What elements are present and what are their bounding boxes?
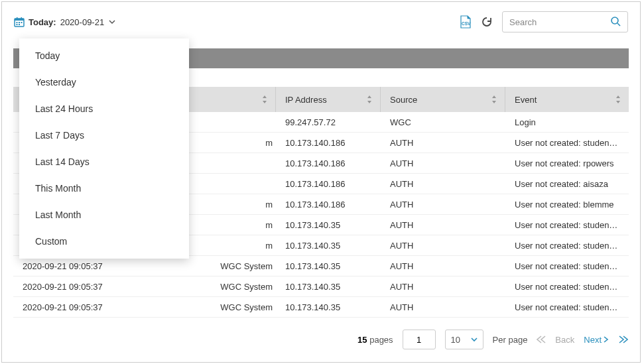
search-icon bbox=[610, 16, 621, 29]
sort-icon bbox=[615, 95, 621, 103]
cell-event: Login bbox=[505, 117, 629, 127]
total-pages-label: 15 pages bbox=[357, 335, 393, 345]
date-range-option[interactable]: Last Month bbox=[19, 202, 189, 228]
cell-date: 2020-09-21 09:05:37 bbox=[13, 302, 157, 312]
cell-source: AUTH bbox=[381, 302, 505, 312]
column-header-source[interactable]: Source bbox=[381, 87, 505, 112]
date-range-option[interactable]: Today bbox=[19, 42, 189, 69]
search-input[interactable] bbox=[509, 17, 602, 27]
cell-source: AUTH bbox=[381, 261, 505, 271]
calendar-icon bbox=[14, 17, 25, 27]
search-box[interactable] bbox=[502, 11, 628, 32]
date-range-picker[interactable]: Today: 2020-09-21 bbox=[14, 17, 116, 27]
back-button: Back bbox=[555, 335, 574, 345]
sort-icon bbox=[367, 95, 372, 103]
date-range-option[interactable]: Yesterday bbox=[19, 69, 189, 95]
cell-event: User not created: student40 bbox=[505, 261, 629, 271]
column-header-ip[interactable]: IP Address bbox=[276, 87, 381, 112]
cell-ip: 10.173.140.186 bbox=[276, 179, 381, 189]
column-label: IP Address bbox=[285, 95, 327, 105]
cell-event: User not created: aisaza bbox=[505, 179, 629, 189]
svg-rect-8 bbox=[19, 24, 20, 25]
current-page-input[interactable] bbox=[403, 330, 436, 349]
table-row[interactable]: 2020-09-21 09:05:37WGC System10.173.140.… bbox=[13, 276, 629, 297]
cell-ip: 10.173.140.35 bbox=[276, 302, 381, 312]
export-csv-button[interactable]: CSV bbox=[460, 15, 472, 29]
cell-source: AUTH bbox=[381, 179, 505, 189]
table-row[interactable]: 2020-09-21 09:05:37WGC System10.173.140.… bbox=[13, 297, 629, 318]
cell-source: AUTH bbox=[381, 241, 505, 251]
cell-event: User not created: rpowers bbox=[505, 158, 629, 168]
cell-source: AUTH bbox=[381, 158, 505, 168]
svg-rect-3 bbox=[21, 17, 23, 19]
sort-icon bbox=[491, 95, 497, 103]
cell-event: User not created: blemme bbox=[505, 200, 629, 210]
date-range-dropdown[interactable]: TodayYesterdayLast 24 HoursLast 7 DaysLa… bbox=[19, 38, 189, 259]
cell-event: User not created: student70 bbox=[505, 220, 629, 230]
cell-ip: 10.173.140.35 bbox=[276, 261, 381, 271]
cell-event: User not created: student50 bbox=[505, 282, 629, 292]
date-range-option[interactable]: Last 14 Days bbox=[19, 149, 189, 175]
per-page-value: 10 bbox=[451, 335, 460, 345]
svg-line-11 bbox=[617, 23, 620, 26]
date-range-option[interactable]: Last 7 Days bbox=[19, 122, 189, 149]
cell-date: 2020-09-21 09:05:37 bbox=[13, 261, 157, 271]
total-pages-value: 15 bbox=[357, 335, 367, 345]
first-page-button bbox=[537, 335, 546, 343]
date-value: 2020-09-21 bbox=[60, 17, 105, 27]
column-label: Source bbox=[390, 95, 417, 105]
svg-text:CSV: CSV bbox=[462, 21, 471, 26]
cell-source: AUTH bbox=[381, 220, 505, 230]
cell-source: AUTH bbox=[381, 200, 505, 210]
per-page-select[interactable]: 10 bbox=[445, 330, 483, 349]
cell-date: 2020-09-21 09:05:37 bbox=[13, 282, 157, 292]
table-row[interactable]: 2020-09-21 09:05:37WGC System10.173.140.… bbox=[13, 256, 629, 276]
table-footer: 15 pages 10 Per page Back Next bbox=[2, 318, 640, 349]
cell-ip: 10.173.140.186 bbox=[276, 200, 381, 210]
cell-user: WGC System bbox=[157, 302, 276, 312]
cell-ip: 99.247.57.72 bbox=[276, 117, 381, 127]
svg-rect-7 bbox=[17, 24, 18, 25]
cell-event: User not created: student1... bbox=[505, 241, 629, 251]
chevron-down-icon bbox=[108, 18, 116, 26]
cell-ip: 10.173.140.186 bbox=[276, 138, 381, 148]
last-page-button[interactable] bbox=[619, 335, 628, 343]
svg-rect-6 bbox=[21, 22, 23, 23]
cell-event: User not created: student10 bbox=[505, 302, 629, 312]
cell-event: User not created: student20 bbox=[505, 138, 629, 148]
svg-rect-2 bbox=[17, 17, 18, 19]
svg-rect-5 bbox=[19, 22, 20, 23]
next-button[interactable]: Next bbox=[584, 335, 610, 345]
cell-ip: 10.173.140.35 bbox=[276, 241, 381, 251]
cell-source: WGC bbox=[381, 117, 505, 127]
svg-rect-1 bbox=[15, 19, 24, 21]
date-label: Today: bbox=[29, 17, 56, 27]
refresh-button[interactable] bbox=[481, 16, 493, 28]
cell-ip: 10.173.140.35 bbox=[276, 282, 381, 292]
cell-ip: 10.173.140.35 bbox=[276, 220, 381, 230]
svg-rect-4 bbox=[17, 22, 18, 23]
chevron-down-icon bbox=[471, 335, 478, 345]
cell-source: AUTH bbox=[381, 282, 505, 292]
cell-user: WGC System bbox=[157, 261, 276, 271]
cell-user: WGC System bbox=[157, 282, 276, 292]
cell-source: AUTH bbox=[381, 138, 505, 148]
cell-ip: 10.173.140.186 bbox=[276, 158, 381, 168]
per-page-label: Per page bbox=[493, 335, 528, 345]
svg-point-10 bbox=[611, 17, 618, 24]
top-bar: Today: 2020-09-21 CSV bbox=[2, 2, 640, 39]
column-label: Event bbox=[515, 95, 537, 105]
top-right-controls: CSV bbox=[460, 11, 628, 32]
date-range-option[interactable]: Custom bbox=[19, 228, 189, 255]
date-range-option[interactable]: Last 24 Hours bbox=[19, 95, 189, 122]
column-header-event[interactable]: Event bbox=[505, 87, 629, 112]
date-range-option[interactable]: This Month bbox=[19, 175, 189, 202]
sort-icon bbox=[262, 95, 267, 103]
